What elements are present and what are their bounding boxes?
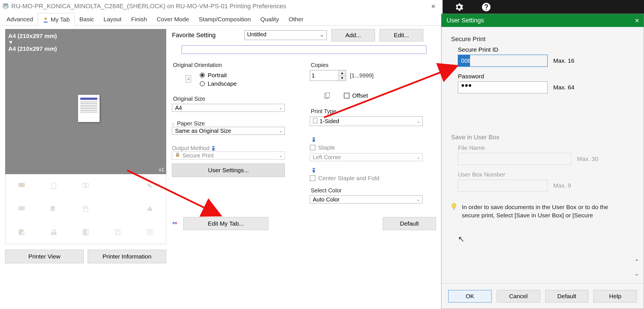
- orientation-portrait-radio[interactable]: Portrait: [200, 72, 237, 79]
- favorite-selected-value: Untitled: [247, 31, 266, 37]
- close-icon[interactable]: ×: [428, 2, 439, 11]
- default-button[interactable]: Default: [383, 217, 436, 230]
- output-method-select[interactable]: Secure Print⌄: [172, 152, 285, 159]
- preview-arrow-down-icon: ▼: [5, 39, 166, 45]
- orientation-landscape-radio[interactable]: Landscape: [200, 80, 237, 87]
- tab-layout[interactable]: Layout: [99, 13, 126, 25]
- tab-other[interactable]: Other: [284, 13, 308, 25]
- paper-size-select[interactable]: Same as Original Size⌄: [172, 127, 285, 135]
- checkbox-disabled-icon: [310, 175, 315, 181]
- edit-my-tab-button[interactable]: Edit My Tab...: [183, 217, 268, 230]
- secure-print-id-max: Max. 16: [553, 57, 574, 64]
- favorite-setting-select[interactable]: Untitled ⌄: [245, 30, 327, 40]
- svg-point-44: [175, 222, 177, 224]
- svg-point-3: [45, 18, 47, 20]
- radio-checked-icon: [200, 73, 205, 78]
- info-icon[interactable]: [312, 137, 316, 142]
- feature-icon-grid: [5, 174, 166, 244]
- file-name-input: [458, 153, 571, 165]
- grid-item[interactable]: [134, 197, 166, 221]
- grid-item[interactable]: [134, 174, 166, 197]
- print-type-label: Print Type: [311, 108, 436, 115]
- favorite-edit-button[interactable]: Edit...: [380, 29, 423, 41]
- svg-rect-21: [53, 230, 56, 233]
- svg-rect-38: [313, 118, 317, 123]
- dialog-titlebar: User Settings ×: [441, 14, 644, 27]
- svg-rect-40: [313, 139, 315, 142]
- close-icon[interactable]: ×: [630, 16, 644, 25]
- printer-view-button[interactable]: Printer View: [5, 250, 84, 263]
- save-user-box-heading: Save in User Box: [451, 134, 634, 141]
- copies-value[interactable]: [310, 70, 338, 81]
- grid-item[interactable]: [37, 197, 70, 221]
- checkbox-label: Center Staple and Fold: [318, 175, 380, 182]
- grid-item[interactable]: [37, 174, 70, 197]
- tab-my-tab[interactable]: My Tab: [38, 13, 74, 26]
- cancel-button[interactable]: Cancel: [497, 290, 540, 302]
- page-preview: A4 (210x297 mm) ▼ A4 (210x297 mm) x1: [5, 29, 166, 174]
- grid-item[interactable]: [5, 220, 37, 244]
- chevron-down-icon: ⌄: [417, 197, 420, 202]
- spin-up-icon[interactable]: ▲: [339, 70, 346, 76]
- help-button[interactable]: Help: [594, 290, 637, 302]
- select-value: Left Corner: [313, 154, 341, 161]
- info-icon[interactable]: [312, 168, 316, 173]
- svg-rect-20: [51, 233, 56, 235]
- select-value: Secure Print: [182, 152, 214, 159]
- grid-item[interactable]: [5, 174, 37, 197]
- grid-item[interactable]: [134, 220, 166, 244]
- print-type-select[interactable]: 1-Sided⌄: [310, 116, 423, 126]
- dialog-default-button[interactable]: Default: [545, 290, 589, 302]
- tab-basic[interactable]: Basic: [75, 13, 99, 25]
- scroll-panel: [182, 45, 426, 54]
- favorite-add-button[interactable]: Add...: [331, 29, 375, 41]
- scroll-down-icon[interactable]: ⌄: [634, 270, 639, 277]
- chevron-down-icon: ⌄: [279, 106, 282, 110]
- password-input[interactable]: ●●●: [458, 81, 548, 93]
- tab-finish[interactable]: Finish: [126, 13, 152, 25]
- grid-item[interactable]: [70, 197, 102, 221]
- secure-print-id-input[interactable]: [458, 55, 548, 67]
- svg-point-4: [45, 18, 45, 19]
- select-value: A4: [175, 105, 182, 111]
- portrait-page-icon: A: [186, 75, 191, 84]
- offset-checkbox[interactable]: Offset: [344, 92, 436, 99]
- gear-icon: [454, 2, 464, 12]
- svg-rect-15: [83, 206, 88, 211]
- checkbox-label: Offset: [352, 92, 368, 99]
- grid-item[interactable]: [5, 197, 37, 221]
- select-color-select[interactable]: Auto Color⌄: [310, 196, 423, 203]
- svg-rect-35: [176, 154, 179, 157]
- tab-cover-mode[interactable]: Cover Mode: [152, 13, 194, 25]
- svg-rect-6: [19, 183, 21, 187]
- svg-rect-10: [86, 183, 89, 187]
- info-icon[interactable]: [211, 146, 216, 151]
- staple-checkbox: Staple: [310, 144, 436, 151]
- tab-label: My Tab: [50, 16, 70, 23]
- svg-point-5: [46, 18, 47, 19]
- printer-information-button[interactable]: Printer Information: [88, 250, 166, 263]
- grid-item[interactable]: [37, 220, 70, 244]
- password-label: Password: [458, 73, 634, 80]
- tab-advanced[interactable]: Advanced: [2, 13, 38, 25]
- help-icon: [481, 2, 491, 12]
- grid-item[interactable]: [70, 174, 102, 197]
- favorite-setting-label: Favorite Setting: [172, 31, 240, 39]
- spin-down-icon[interactable]: ▼: [339, 76, 346, 81]
- tab-strip: Advanced My Tab Basic Layout Finish Cove…: [0, 12, 441, 26]
- grid-item[interactable]: [102, 220, 134, 244]
- svg-rect-45: [453, 209, 455, 210]
- select-value: Same as Original Size: [175, 128, 231, 134]
- tab-quality[interactable]: Quality: [256, 13, 284, 25]
- ok-button[interactable]: OK: [448, 290, 492, 302]
- select-value: 1-Sided: [320, 118, 339, 125]
- user-settings-button[interactable]: User Settings...: [172, 163, 285, 177]
- svg-rect-0: [4, 4, 8, 5]
- copies-input[interactable]: ▲ ▼: [310, 70, 346, 81]
- original-size-select[interactable]: A4⌄: [172, 104, 285, 112]
- chevron-down-icon: ⌄: [279, 153, 282, 158]
- scroll-up-icon[interactable]: ⌃: [634, 258, 639, 265]
- tab-stamp-composition[interactable]: Stamp/Composition: [194, 13, 256, 25]
- grid-item[interactable]: [70, 220, 102, 244]
- user-settings-dialog: User Settings × Secure Print Secure Prin…: [441, 14, 644, 309]
